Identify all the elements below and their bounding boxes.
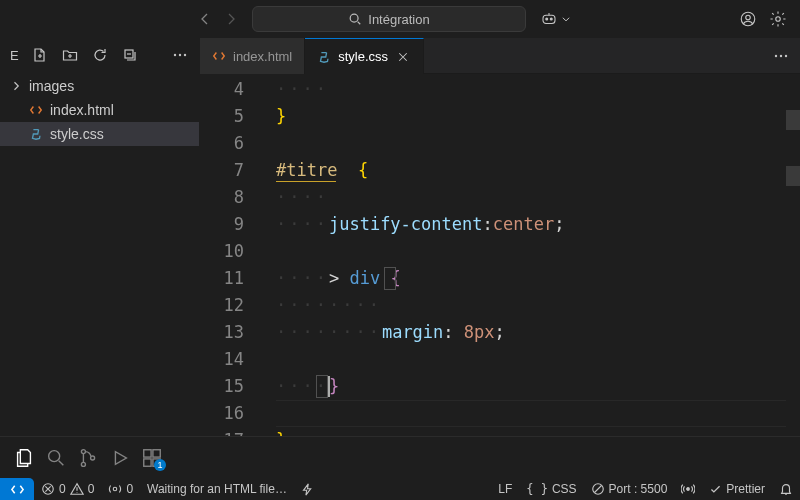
svg-point-8 (174, 54, 176, 56)
status-warnings-count: 0 (88, 482, 95, 496)
close-icon (397, 51, 409, 63)
html-file-icon (29, 103, 43, 117)
tab-label: index.html (233, 49, 292, 64)
search-icon (45, 447, 67, 469)
svg-point-14 (49, 450, 60, 461)
tree-item-label: index.html (50, 102, 114, 118)
chevron-right-icon (10, 80, 22, 92)
svg-point-9 (179, 54, 181, 56)
files-icon (13, 447, 35, 469)
svg-point-13 (785, 54, 787, 56)
status-eol[interactable]: LF (491, 478, 519, 500)
search-icon (348, 12, 362, 26)
svg-point-2 (546, 18, 548, 20)
gear-icon (769, 10, 787, 28)
svg-rect-18 (144, 449, 151, 456)
braces-icon: { } (526, 482, 548, 496)
explorer-sidebar: E images index.html style.css (0, 38, 200, 436)
new-folder-button[interactable] (59, 44, 81, 66)
svg-point-3 (550, 18, 552, 20)
status-prettier[interactable]: Prettier (702, 478, 772, 500)
svg-point-15 (81, 449, 85, 453)
status-radio[interactable]: 0 (101, 478, 140, 500)
collapse-all-button[interactable] (119, 44, 141, 66)
tab-close-button[interactable] (395, 49, 411, 65)
title-bar: Intégration (0, 0, 800, 38)
check-icon (709, 483, 722, 496)
account-icon (739, 10, 757, 28)
minimap[interactable] (786, 74, 800, 436)
status-notifications[interactable] (772, 478, 800, 500)
tree-file-index-html[interactable]: index.html (0, 98, 199, 122)
source-control-icon (77, 447, 99, 469)
svg-point-25 (687, 488, 690, 491)
line-gutter: 456789101112131415161718 (200, 74, 262, 436)
tab-label: style.css (338, 49, 388, 64)
new-file-button[interactable] (29, 44, 51, 66)
activity-scm[interactable] (74, 444, 102, 472)
tree-file-style-css[interactable]: style.css (0, 122, 199, 146)
status-task[interactable]: Waiting for an HTML file… (140, 478, 294, 500)
svg-point-11 (775, 54, 777, 56)
activity-explorer[interactable] (10, 444, 38, 472)
status-radio-count: 0 (126, 482, 133, 496)
remote-button[interactable] (0, 478, 34, 500)
status-errors-count: 0 (59, 482, 66, 496)
settings-button[interactable] (764, 5, 792, 33)
radio-icon (108, 482, 122, 496)
svg-point-6 (776, 17, 781, 22)
svg-point-10 (184, 54, 186, 56)
status-port[interactable]: Port : 5500 (584, 478, 675, 500)
command-center-text: Intégration (368, 12, 429, 27)
tab-style-css[interactable]: style.css (305, 38, 424, 74)
nav-forward-button[interactable] (218, 6, 244, 32)
file-tree: images index.html style.css (0, 72, 199, 436)
ellipsis-icon (172, 47, 188, 63)
chevron-down-icon (561, 14, 571, 24)
status-problems[interactable]: 0 0 (34, 478, 101, 500)
status-language[interactable]: { } CSS (519, 478, 583, 500)
svg-point-23 (114, 487, 118, 491)
debug-icon (109, 447, 131, 469)
editor-actions-button[interactable] (762, 38, 800, 73)
extensions-badge: 1 (154, 459, 166, 471)
status-action[interactable] (294, 478, 321, 500)
svg-point-5 (746, 15, 751, 20)
ellipsis-icon (773, 48, 789, 64)
explorer-more-button[interactable] (169, 44, 191, 66)
svg-rect-19 (144, 458, 151, 465)
tab-bar: index.html style.css (200, 38, 800, 74)
status-live-server[interactable] (674, 478, 702, 500)
svg-rect-21 (153, 449, 160, 456)
status-language-label: CSS (552, 482, 577, 496)
warning-icon (70, 482, 84, 496)
tree-item-label: style.css (50, 126, 104, 142)
svg-point-0 (350, 14, 358, 22)
zap-icon (301, 483, 314, 496)
account-button[interactable] (734, 5, 762, 33)
remote-icon (10, 482, 25, 497)
tree-folder-images[interactable]: images (0, 74, 199, 98)
svg-point-12 (780, 54, 782, 56)
error-icon (41, 482, 55, 496)
activity-extensions[interactable]: 1 (138, 444, 166, 472)
broadcast-icon (681, 482, 695, 496)
activity-debug[interactable] (106, 444, 134, 472)
css-file-icon (317, 50, 331, 64)
tab-index-html[interactable]: index.html (200, 38, 305, 74)
explorer-toolbar: E (0, 38, 199, 72)
editor-group: index.html style.css 4567891011121314151… (200, 38, 800, 436)
status-bar: 0 0 0 Waiting for an HTML file… LF { } C… (0, 478, 800, 500)
activity-bar: 1 (0, 437, 200, 478)
status-port-label: Port : 5500 (609, 482, 668, 496)
code-content[interactable]: ····} #titre {········justify-content:ce… (262, 74, 786, 436)
nav-back-button[interactable] (192, 6, 218, 32)
block-icon (591, 482, 605, 496)
svg-rect-1 (543, 15, 555, 23)
command-center[interactable]: Intégration (252, 6, 526, 32)
activity-search[interactable] (42, 444, 70, 472)
code-editor[interactable]: 456789101112131415161718 ····} #titre {·… (200, 74, 800, 436)
refresh-button[interactable] (89, 44, 111, 66)
copilot-menu[interactable] (540, 10, 571, 28)
explorer-initial: E (10, 48, 21, 63)
